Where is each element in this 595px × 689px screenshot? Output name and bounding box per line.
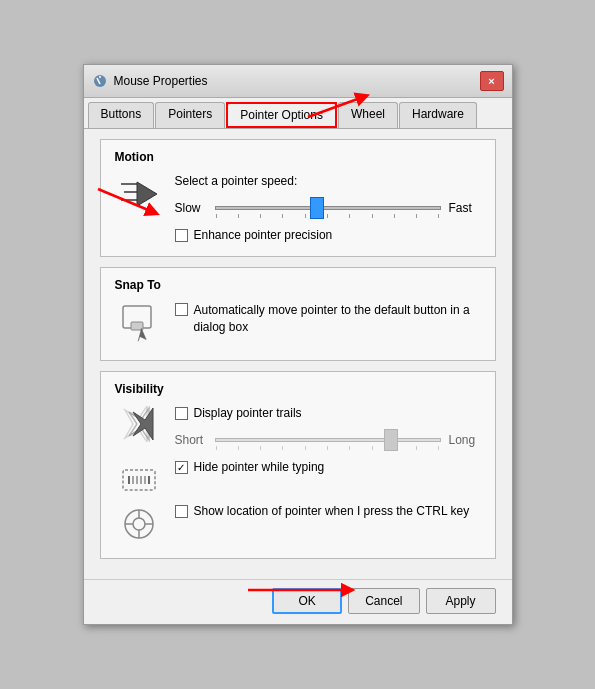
- auto-snap-label: Automatically move pointer to the defaul…: [194, 302, 481, 336]
- enhance-precision-checkbox[interactable]: [175, 229, 188, 242]
- tab-wheel[interactable]: Wheel: [338, 102, 398, 128]
- hide-typing-checkbox[interactable]: [175, 461, 188, 474]
- tab-bar: Buttons Pointers Pointer Options Wheel H…: [84, 98, 512, 129]
- motion-icon: [115, 174, 163, 214]
- long-label: Long: [449, 433, 481, 447]
- enhance-label: Enhance pointer precision: [194, 228, 333, 242]
- short-label: Short: [175, 433, 207, 447]
- trails-checkbox[interactable]: [175, 407, 188, 420]
- visibility-title: Visibility: [115, 382, 481, 396]
- svg-point-8: [99, 76, 101, 78]
- trails-slider: [215, 428, 441, 452]
- dialog-title: Mouse Properties: [114, 74, 208, 88]
- hide-typing-icon: [115, 460, 163, 496]
- trails-label: Display pointer trails: [194, 406, 302, 420]
- ok-button[interactable]: OK: [272, 588, 342, 614]
- motion-title: Motion: [115, 150, 481, 164]
- auto-snap-checkbox[interactable]: [175, 303, 188, 316]
- svg-rect-20: [123, 470, 155, 490]
- tab-buttons[interactable]: Buttons: [88, 102, 155, 128]
- tab-pointer-options[interactable]: Pointer Options: [226, 102, 337, 128]
- hide-typing-label: Hide pointer while typing: [194, 460, 325, 474]
- speed-slider[interactable]: [215, 196, 441, 220]
- speed-label: Select a pointer speed:: [175, 174, 481, 188]
- snap-to-title: Snap To: [115, 278, 481, 292]
- snap-to-section: Snap To Automatic: [100, 267, 496, 361]
- svg-point-29: [133, 518, 145, 530]
- svg-marker-15: [143, 334, 157, 346]
- close-button[interactable]: ×: [480, 71, 504, 91]
- app-icon: [92, 73, 108, 89]
- tab-content: Motion Select a pointer speed:: [84, 129, 512, 579]
- tab-hardware[interactable]: Hardware: [399, 102, 477, 128]
- motion-section: Motion Select a pointer speed:: [100, 139, 496, 257]
- apply-button[interactable]: Apply: [426, 588, 496, 614]
- fast-label: Fast: [449, 201, 481, 215]
- ctrl-location-label: Show location of pointer when I press th…: [194, 504, 470, 518]
- slow-label: Slow: [175, 201, 207, 215]
- cancel-button[interactable]: Cancel: [348, 588, 419, 614]
- ctrl-key-icon: [115, 504, 163, 544]
- tab-pointers[interactable]: Pointers: [155, 102, 225, 128]
- svg-marker-12: [137, 182, 157, 206]
- trails-icon: [115, 406, 163, 442]
- snap-to-icon: [115, 302, 163, 346]
- button-bar: OK Cancel Apply: [84, 579, 512, 624]
- visibility-section: Visibility Display pointer trails: [100, 371, 496, 559]
- ctrl-location-checkbox[interactable]: [175, 505, 188, 518]
- title-bar: Mouse Properties ×: [84, 65, 512, 98]
